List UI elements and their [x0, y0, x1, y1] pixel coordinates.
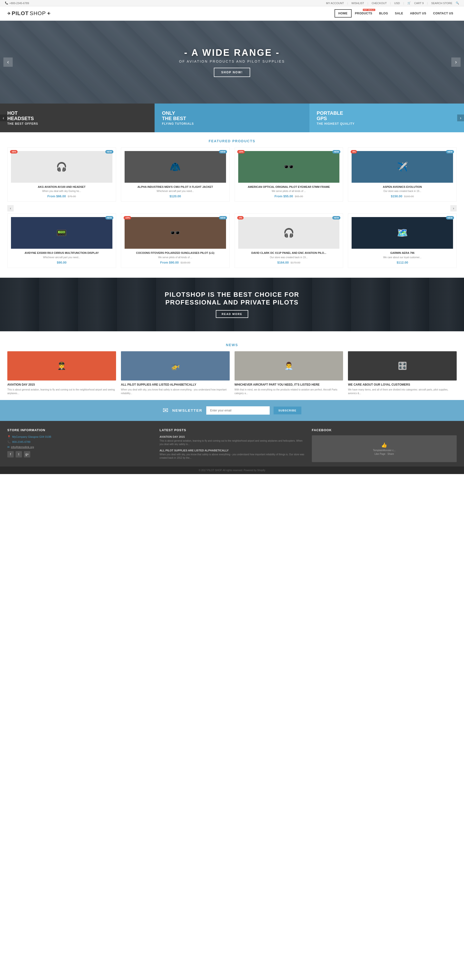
newsletter-icon: ✉ [163, 406, 168, 414]
footer-post-1-title: Aviation Day 2015 [159, 435, 304, 438]
facebook-button[interactable]: f [7, 451, 14, 458]
product-6-desc: We serve pilots of all kinds of ... [124, 256, 226, 259]
product-4-image: ✈️ [352, 151, 453, 183]
product-8-current-price: $112.00 [397, 261, 408, 264]
footer-facebook: FACEBOOK 👍 TemplateMonster c... Like Pag… [312, 428, 457, 463]
twitter-button[interactable]: t [16, 451, 22, 458]
news-4-title: WE CARE ABOUT OUR LOYAL CUSTOMERS [348, 383, 457, 387]
product-card-4[interactable]: -6% NEW ✈️ ASPEN AVIONICS EVOLUTION Our … [348, 147, 457, 202]
product-card-1[interactable]: -45% NEW 🎧 AKG AVIATION AV100 AND HEADSE… [7, 147, 116, 202]
location-icon: 📍 [7, 435, 11, 439]
hero-prev-button[interactable]: ‹ [3, 57, 13, 67]
promo-box-gps[interactable]: PORTABLEGPS THE HIGHEST QUALITY › [309, 103, 464, 132]
footer-post-2-title: All pilot supplies are listed alphabetic… [159, 449, 304, 452]
product-1-discount-badge: -45% [10, 150, 18, 153]
footer-post-1: Aviation Day 2015 This is about general … [159, 435, 304, 446]
product-card-6[interactable]: -10% NEW 🕶️ COCOONS FITOVERS POLARIZED S… [121, 213, 230, 268]
product-5-current-price: $90.00 [57, 261, 67, 264]
footer-bottom: © 2017 PILOT SHOP. All rights reserved. … [0, 466, 464, 474]
news-4-desc: We have many items, and all of them are … [348, 388, 457, 395]
newsletter-email-input[interactable] [206, 406, 269, 415]
promo-box-headsets[interactable]: ‹ HOTHEADSETS THE BEST OFFERS [0, 103, 155, 132]
product-2-new-badge: NEW [219, 150, 227, 153]
nav-about[interactable]: ABOUT US [407, 10, 430, 17]
hero-next-button[interactable]: › [451, 57, 461, 67]
footer-post-1-text: This is about general aviation, learning… [159, 439, 304, 446]
product-card-3[interactable]: -15% NEW 🕶️ AMERICAN OPTICAL ORIGINAL PI… [234, 147, 343, 202]
product-7-old-price: $170.00 [291, 261, 300, 264]
read-more-button[interactable]: READ MORE [216, 310, 248, 318]
footer-posts-title: LATEST POSTS [159, 428, 304, 432]
nav-home[interactable]: HOME [335, 9, 352, 18]
product-5-desc: Whichever aircraft part you need... [11, 256, 112, 259]
footer-social-links: f t g+ [7, 451, 152, 458]
news-card-1[interactable]: 👨‍✈️ AVIATION DAY 2015 This is about gen… [7, 351, 116, 395]
news-card-3[interactable]: 👨‍💼 WHICHEVER AIRCRAFT PART YOU NEED, IT… [234, 351, 343, 395]
footer-email: ✉ info@demoilink.org [7, 445, 152, 449]
googleplus-button[interactable]: g+ [24, 451, 30, 458]
nav-blog[interactable]: BLOG [376, 10, 392, 17]
phone-icon-footer: 📞 [7, 441, 11, 444]
hero-subtitle: OF AVIATION PRODUCTS AND PILOT SUPPLIES [179, 59, 285, 63]
hero-title: - A WIDE RANGE - [179, 48, 285, 58]
wishlist-link[interactable]: WISHLIST [351, 2, 364, 5]
footer-store-title: STORE INFORMATION [7, 428, 152, 432]
product-2-current-price: $120.00 [169, 194, 181, 198]
footer-email-link[interactable]: info@demoilink.org [11, 445, 34, 449]
product-3-price: From $55.00 $65.00 [238, 194, 340, 198]
cart-link[interactable]: CART 9 [414, 2, 424, 5]
news-3-desc: With that in mind, we do everything so t… [234, 388, 343, 395]
products-row-1: -45% NEW 🎧 AKG AVIATION AV100 AND HEADSE… [7, 147, 457, 202]
news-2-desc: When you deal with sky, you know that sa… [121, 388, 230, 395]
product-6-price: From $90.00 $100.00 [124, 261, 226, 264]
product-7-image: 🎧 [238, 217, 340, 249]
product-card-8[interactable]: NEW 🗺️ GARMIN AERA 796 We care about our… [348, 213, 457, 268]
promo-box-tutorials[interactable]: ONLYTHE BEST FLYING TUTORIALS [155, 103, 309, 132]
product-4-new-badge: NEW [446, 150, 454, 153]
featured-products-section: FEATURED PRODUCTS -45% NEW 🎧 AKG AVIATIO… [0, 132, 464, 273]
product-6-discount-badge: -10% [124, 216, 131, 220]
footer: STORE INFORMATION 📍 MyCompany Glasgow G0… [0, 421, 464, 466]
search-store-link[interactable]: SEARCH STORE [431, 2, 452, 5]
footer-facebook-widget: 👍 TemplateMonster c... Like Page · Share [312, 435, 457, 462]
logo-plane-right: ✈ [47, 11, 50, 16]
products-next-button[interactable]: › [450, 205, 457, 212]
product-1-image: 🎧 [11, 151, 112, 183]
news-card-4[interactable]: 🎛️ WE CARE ABOUT OUR LOYAL CUSTOMERS We … [348, 351, 457, 395]
products-prev-button[interactable]: ‹ [7, 205, 14, 212]
product-7-name: DAVID CLARK DC X11P PANEL AND ENC AVIATI… [238, 251, 340, 255]
checkout-link[interactable]: CHECKOUT [372, 2, 387, 5]
footer-post-2: All pilot supplies are listed alphabetic… [159, 449, 304, 460]
logo[interactable]: ✈ PILOTSHOP ✈ [7, 10, 50, 17]
footer-phone: 📞 800-2345-6789 [7, 441, 152, 444]
promo-tutorials-title: ONLYTHE BEST [162, 110, 302, 121]
nav-sale[interactable]: SALE [392, 10, 407, 17]
product-2-price: $120.00 [124, 194, 226, 198]
promo-next-button[interactable]: › [457, 115, 464, 121]
product-card-2[interactable]: NEW 🧥 ALPHA INDUSTRIES MEN'S CWU PILOT X… [121, 147, 230, 202]
footer-post-2-text: When you deal with sky, you know that sa… [159, 453, 304, 460]
newsletter-subscribe-button[interactable]: SUBSCRIBE [274, 407, 301, 414]
currency-selector[interactable]: USD [394, 2, 400, 5]
search-icon: 🔍 [456, 2, 459, 5]
hero-shop-now-button[interactable]: SHOP NOW! [214, 68, 250, 77]
news-section: NEWS 👨‍✈️ AVIATION DAY 2015 This is abou… [0, 331, 464, 400]
nav-products[interactable]: PRODUCTSHOT DEALS [352, 10, 376, 17]
promo-prev-button[interactable]: ‹ [0, 115, 7, 121]
news-4-image: 🎛️ [348, 351, 457, 380]
news-card-2[interactable]: 🚁 ALL PILOT SUPPLIES ARE LISTED ALPHABET… [121, 351, 230, 395]
product-card-7[interactable]: -4% NEW 🎧 DAVID CLARK DC X11P PANEL AND … [234, 213, 343, 268]
nav-contact[interactable]: CONTACT US [430, 10, 457, 17]
news-3-image: 👨‍💼 [234, 351, 343, 380]
news-1-desc: This is about general aviation, learning… [7, 388, 116, 395]
product-6-current-price: $90.00 [169, 261, 179, 264]
product-2-desc: Whichever aircraft part you need... [124, 189, 226, 193]
my-account-link[interactable]: MY ACCOUNT [326, 2, 344, 5]
footer-store-info: STORE INFORMATION 📍 MyCompany Glasgow G0… [7, 428, 152, 463]
product-card-5[interactable]: NEW 📟 AVIDYNE EX5000 R8.0 CIRRUS MULTIFU… [7, 213, 116, 268]
header: ✈ PILOTSHOP ✈ HOME PRODUCTSHOT DEALS BLO… [0, 6, 464, 21]
hero-slider: ‹ - A WIDE RANGE - OF AVIATION PRODUCTS … [0, 21, 464, 103]
product-1-current-price: $66.00 [56, 194, 66, 198]
product-6-new-badge: NEW [219, 216, 227, 220]
product-8-new-badge: NEW [446, 216, 454, 220]
